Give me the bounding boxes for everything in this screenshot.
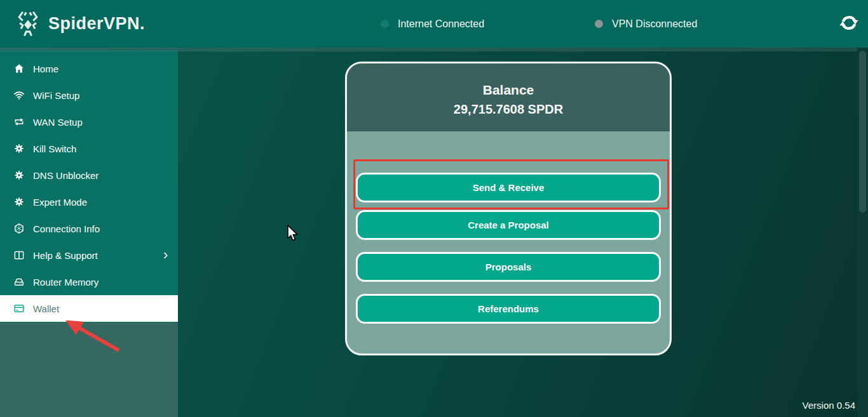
refresh-button[interactable] — [837, 12, 860, 35]
wallet-card-icon — [13, 303, 25, 314]
sidebar-item-label: Kill Switch — [33, 143, 76, 154]
refresh-icon — [839, 13, 858, 32]
brand: SpiderVPN. — [14, 10, 145, 38]
sidebar-item-help-support[interactable]: Help & Support — [0, 242, 178, 268]
send-receive-button[interactable]: Send & Receive — [356, 173, 661, 202]
referendums-button[interactable]: Referendums — [356, 294, 661, 324]
sidebar-item-wallet[interactable]: Wallet — [0, 295, 178, 322]
gear-icon — [13, 196, 25, 208]
gear-icon — [13, 169, 25, 181]
sidebar-item-expert-mode[interactable]: Expert Mode — [0, 189, 178, 215]
balance-card-header: Balance 29,715.7608 SPDR — [347, 63, 670, 131]
sidebar-item-label: DNS Unblocker — [33, 170, 98, 181]
sidebar-item-connection-info[interactable]: Connection Info — [0, 215, 178, 242]
vpn-status: VPN Disconnected — [595, 0, 697, 48]
internet-status-dot-icon — [381, 20, 389, 28]
sidebar-item-label: WiFi Setup — [33, 90, 79, 101]
sidebar-item-label: Home — [33, 63, 58, 74]
sidebar-item-dns-unblocker[interactable]: DNS Unblocker — [0, 162, 178, 189]
balance-card-body: Send & Receive Create a Proposal Proposa… — [347, 131, 670, 354]
sidebar: Home WiFi Setup — [0, 51, 178, 417]
vpn-status-label: VPN Disconnected — [612, 18, 697, 30]
sidebar-item-router-memory[interactable]: Router Memory — [0, 268, 178, 295]
gear-icon — [13, 143, 25, 154]
retweet-icon — [13, 116, 25, 128]
chevron-right-icon — [161, 251, 170, 260]
wallet-balance-card: Balance 29,715.7608 SPDR Send & Receive … — [345, 62, 672, 355]
drive-icon — [13, 276, 25, 288]
sidebar-item-kill-switch[interactable]: Kill Switch — [0, 135, 178, 162]
version-label: Version 0.54 — [803, 400, 855, 411]
page-scrollbar[interactable] — [857, 48, 868, 417]
sidebar-item-label: Help & Support — [33, 250, 98, 261]
sidebar-nav: Home WiFi Setup — [0, 51, 178, 322]
proposals-button[interactable]: Proposals — [356, 252, 661, 282]
sidebar-item-label: Router Memory — [33, 277, 98, 288]
internet-status: Internet Connected — [381, 0, 484, 48]
internet-status-label: Internet Connected — [398, 18, 484, 30]
balance-title: Balance — [347, 83, 670, 98]
network-hexagon-icon — [13, 223, 25, 234]
scrollbar-thumb[interactable] — [859, 51, 866, 213]
header-divider — [0, 48, 868, 51]
sidebar-item-label: WAN Setup — [33, 117, 83, 128]
sidebar-item-wifi-setup[interactable]: WiFi Setup — [0, 82, 178, 109]
wifi-icon — [13, 89, 25, 101]
spider-logo-icon — [14, 10, 42, 38]
sidebar-item-home[interactable]: Home — [0, 55, 178, 82]
brand-title: SpiderVPN. — [48, 14, 145, 34]
sidebar-item-label: Expert Mode — [33, 197, 87, 208]
app-header: SpiderVPN. Internet Connected VPN Discon… — [0, 0, 868, 48]
sidebar-item-label: Wallet — [33, 303, 59, 314]
sidebar-item-wan-setup[interactable]: WAN Setup — [0, 109, 178, 135]
sidebar-item-label: Connection Info — [33, 223, 100, 234]
vpn-status-dot-icon — [595, 20, 603, 28]
create-proposal-button[interactable]: Create a Proposal — [356, 210, 661, 240]
home-icon — [13, 63, 25, 74]
balance-value: 29,715.7608 SPDR — [347, 102, 670, 117]
columns-icon — [13, 249, 25, 261]
